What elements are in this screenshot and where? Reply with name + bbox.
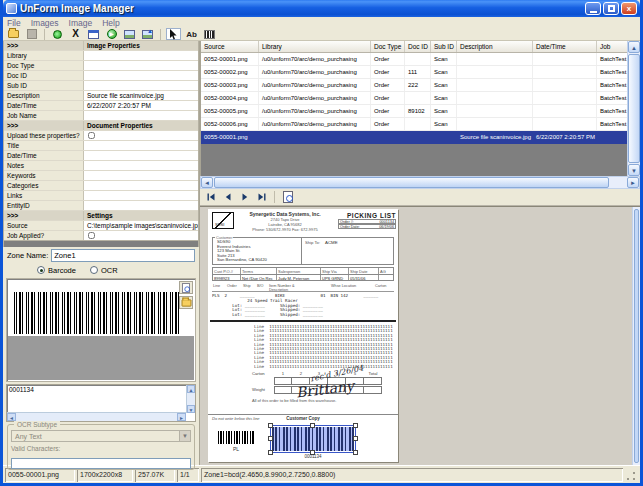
result-vertical-scrollbar[interactable]: ▲▼	[186, 385, 195, 413]
close-button[interactable]: x	[621, 2, 637, 15]
barcode-radio[interactable]: Barcode	[37, 266, 76, 275]
zone-result-box[interactable]: 0001134 ▲▼ ◄►	[6, 384, 196, 422]
scroll-down-icon[interactable]: ▼	[628, 164, 640, 176]
column-header-library[interactable]: Library	[259, 41, 371, 52]
resize-handle[interactable]	[353, 436, 358, 441]
first-record-button[interactable]	[204, 191, 217, 204]
property-row: Date/Time 6/22/2007 2:20:57 PM	[4, 101, 198, 111]
pointer-tool-button[interactable]	[166, 28, 181, 40]
resize-handle[interactable]	[353, 423, 358, 428]
image-list: Source Library Doc Type Doc ID Sub ID De…	[200, 41, 640, 176]
preview-document-button[interactable]	[281, 191, 294, 204]
valid-characters-label: Valid Characters:	[11, 445, 191, 452]
menu-help[interactable]: Help	[102, 18, 119, 28]
customer-box: Customer SDS90 Everest Industries 123 Ma…	[212, 237, 394, 265]
property-row: Job Name	[4, 111, 198, 121]
resize-handle[interactable]	[268, 423, 273, 428]
zone-preview-button[interactable]	[179, 281, 193, 294]
zone-open-button[interactable]	[179, 296, 193, 309]
column-header-source[interactable]: Source	[201, 41, 259, 52]
property-row: Doc ID	[4, 71, 198, 81]
property-row: Notes	[4, 161, 198, 171]
table-row[interactable]: 0052-00006.png/u0/unform70/arc/demo_purc…	[201, 118, 640, 131]
selected-barcode-value: 0001134	[270, 454, 356, 459]
barcode-zone-icon	[204, 30, 215, 39]
column-header-description[interactable]: Description	[457, 41, 533, 52]
property-row: Keywords	[4, 171, 198, 181]
scrollbar-thumb[interactable]	[628, 54, 640, 163]
status-button[interactable]	[50, 28, 65, 40]
image-button[interactable]	[122, 28, 137, 40]
scrollbar-thumb[interactable]	[214, 177, 609, 188]
line-items-header: LineOrderShipB/OItem Number & Descriptio…	[212, 283, 394, 292]
minimize-button[interactable]	[585, 2, 601, 15]
preview-vertical-scrollbar[interactable]	[632, 207, 640, 465]
order-date-label: Order Date:	[340, 225, 360, 228]
section-expander[interactable]: >>>	[4, 41, 84, 50]
properties-button[interactable]	[86, 28, 101, 40]
delete-button[interactable]: X	[68, 28, 83, 40]
status-zone-info: Zone1=bcd(2.4650,8.9900,2.7250,0.8800)	[201, 468, 623, 482]
resize-handle[interactable]	[310, 423, 315, 428]
scrollbar-thumb[interactable]	[634, 209, 639, 463]
table-row[interactable]: 0052-00003.png/u0/unform70/arc/demo_purc…	[201, 79, 640, 92]
text-zone-icon: Ab	[186, 30, 197, 39]
order-number: 0001134	[380, 220, 395, 223]
table-row[interactable]: 0052-00004.png/u0/unform70/arc/demo_purc…	[201, 92, 640, 105]
column-header-docid[interactable]: Doc ID	[405, 41, 431, 52]
title-bar[interactable]: UnForm Image Manager x	[3, 0, 640, 17]
page-magnifier-icon	[182, 283, 190, 293]
ocr-radio[interactable]: OCR	[90, 266, 118, 275]
menu-file[interactable]: File	[7, 18, 21, 28]
property-row: Upload these properties?	[4, 131, 198, 141]
list-horizontal-scrollbar[interactable]: ◄ ►	[200, 176, 640, 189]
open-button[interactable]	[6, 28, 21, 40]
next-record-button[interactable]	[238, 191, 251, 204]
selected-barcode-zone[interactable]	[270, 425, 356, 453]
upload-button[interactable]	[140, 28, 155, 40]
scroll-right-icon[interactable]: ►	[627, 177, 639, 188]
result-horizontal-scrollbar[interactable]: ◄►	[7, 412, 186, 421]
resize-grip-icon[interactable]	[625, 470, 637, 482]
ocr-subtype-dropdown[interactable]: Any Text ▼	[11, 430, 191, 442]
document-preview[interactable]: SDSI Synergetic Data Systems, Inc. 2740 …	[200, 206, 640, 465]
menu-image[interactable]: Image	[69, 18, 93, 28]
job-applied-checkbox[interactable]	[88, 232, 95, 239]
section-header-image-properties[interactable]: >>> Image Properties	[4, 41, 198, 51]
green-dot-icon	[53, 30, 62, 39]
text-zone-tool-button[interactable]: Ab	[184, 28, 199, 40]
section-title: Settings	[84, 211, 198, 220]
upload-properties-checkbox[interactable]	[88, 132, 95, 139]
last-record-button[interactable]	[255, 191, 268, 204]
section-expander[interactable]: >>>	[4, 211, 84, 220]
column-header-datetime[interactable]: Date/Time	[533, 41, 597, 52]
valid-characters-input[interactable]	[11, 458, 191, 469]
status-dimensions: 1700x2200x8	[77, 468, 133, 482]
table-row-selected[interactable]: 0055-00001.pngSource file scaninvoice.jp…	[201, 131, 640, 144]
section-header-document-properties[interactable]: >>> Document Properties	[4, 121, 198, 131]
property-row: Job Applied?	[4, 231, 198, 241]
ocr-subtype-title: OCR Subtype	[14, 421, 60, 428]
resize-handle[interactable]	[268, 436, 273, 441]
zone-image-view[interactable]	[6, 278, 196, 382]
zone-name-input[interactable]	[51, 249, 195, 262]
previous-record-button[interactable]	[221, 191, 234, 204]
table-row[interactable]: 0052-00002.png/u0/unform70/arc/demo_purc…	[201, 66, 640, 79]
selection-tint	[272, 427, 354, 451]
scroll-left-icon[interactable]: ◄	[201, 177, 213, 188]
section-header-settings[interactable]: >>> Settings	[4, 211, 198, 221]
run-job-button[interactable]: ▶	[104, 28, 119, 40]
section-expander[interactable]: >>>	[4, 121, 84, 130]
scroll-up-icon[interactable]: ▲	[628, 41, 640, 53]
first-record-icon	[207, 193, 215, 201]
column-header-subid[interactable]: Sub ID	[431, 41, 457, 52]
save-button[interactable]	[24, 28, 39, 40]
list-vertical-scrollbar[interactable]: ▲ ▼	[627, 41, 640, 176]
customer-address: SDS90 Everest Industries 123 Main St. Su…	[217, 240, 267, 263]
table-row[interactable]: 0052-00001.png/u0/unform70/arc/demo_purc…	[201, 53, 640, 66]
menu-images[interactable]: Images	[31, 18, 59, 28]
barcode-zone-tool-button[interactable]	[202, 28, 217, 40]
maximize-button[interactable]	[603, 2, 619, 15]
column-header-doctype[interactable]: Doc Type	[371, 41, 405, 52]
table-row[interactable]: 0052-00005.png/u0/unform70/arc/demo_purc…	[201, 105, 640, 118]
